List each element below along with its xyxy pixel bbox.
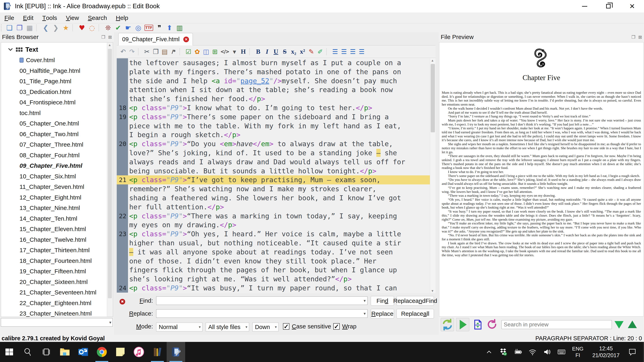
underline-icon[interactable]: U <box>272 48 279 55</box>
align-left-icon[interactable]: ☰ <box>332 48 338 55</box>
file-item-03_dedication-html[interactable]: 03_Dedication.html <box>1 87 106 97</box>
files-scrollbar[interactable]: ▲ <box>107 42 113 317</box>
cut-icon[interactable]: ✂ <box>144 48 150 55</box>
menu-search[interactable]: Search <box>83 12 111 23</box>
paste-icon[interactable]: ▤ <box>161 48 168 55</box>
scope-dropdown[interactable]: All style files▾ <box>206 323 249 332</box>
superscript-icon[interactable]: x² <box>299 48 306 55</box>
goto-position-button[interactable] <box>472 318 484 331</box>
file-item-23_chapter_nineteen-html[interactable]: 23_Chapter_Nineteen.html <box>1 308 106 317</box>
replace-all-button[interactable]: Replace all <box>396 309 434 319</box>
file-item-07_chapter_three-html[interactable]: 07_Chapter_Three.html <box>1 139 106 150</box>
file-item-20_chapter_sixteen-html[interactable]: 20_Chapter_Sixteen.html <box>1 277 106 287</box>
menu-file[interactable]: File <box>0 12 18 23</box>
itunes-icon[interactable] <box>130 342 148 362</box>
task-view-button[interactable] <box>37 342 56 362</box>
touch-keyboard-button[interactable] <box>554 342 569 362</box>
replace-input[interactable]: ▾ <box>156 309 368 318</box>
show-desktop-button[interactable] <box>643 342 644 362</box>
files-filter-combobox[interactable]: ▾ <box>1 318 113 327</box>
file-item-04_frontispiece-html[interactable]: 04_Frontispiece.html <box>1 97 106 108</box>
index-icon[interactable]: ☛ <box>124 24 132 32</box>
spell-check-icon[interactable]: ✔ <box>114 24 122 32</box>
file-item-08_chapter_four-html[interactable]: 08_Chapter_Four.html <box>1 150 106 161</box>
scroll-up-arrow-icon[interactable]: ▲ <box>108 43 111 47</box>
calibre-icon[interactable] <box>148 342 167 362</box>
wand-icon[interactable]: ★ <box>62 24 70 32</box>
calibre-editor-icon[interactable] <box>167 342 185 362</box>
title-bar[interactable]: Ink [EPUB] :: Ink - Alice Broadway.epub … <box>0 0 644 12</box>
close-button[interactable]: ✕ <box>620 0 644 12</box>
file-item-toc-html[interactable]: toc.html <box>1 108 106 118</box>
close-panel-icon[interactable]: ⊠ <box>638 34 642 40</box>
file-item-11_chapter_seven-html[interactable]: 11_Chapter_Seven.html <box>1 182 106 192</box>
outlook-icon[interactable] <box>74 342 92 362</box>
restore-button[interactable] <box>596 0 620 12</box>
copy-icon[interactable]: ❐ <box>152 48 159 55</box>
file-item-15_chapter_eleven-html[interactable]: 15_Chapter_Eleven.html <box>1 224 106 235</box>
code-tag-icon[interactable]: </> <box>220 49 229 54</box>
bg-color-icon[interactable]: ✐ <box>317 48 324 55</box>
menu-edit[interactable]: Edit <box>18 12 38 23</box>
wrap-checkbox[interactable]: ✓ <box>333 323 340 330</box>
file-item-05_chapter_one-html[interactable]: 05_Chapter_One.html <box>1 118 106 129</box>
bold-icon[interactable]: B <box>255 48 262 55</box>
find-button[interactable]: Find <box>371 296 394 306</box>
menu-help[interactable]: Help <box>112 12 133 23</box>
file-item-16_chapter_twelve-html[interactable]: 16_Chapter_Twelve.html <box>1 235 106 245</box>
file-item-17_chapter_thirteen-html[interactable]: 17_Chapter_Thirteen.html <box>1 245 106 256</box>
sync-preview-button[interactable] <box>441 318 454 331</box>
fg-color-icon[interactable]: ✎ <box>308 48 315 55</box>
donate-heart-icon[interactable]: ♥ <box>78 24 86 32</box>
file-item-06_chapter_two-html[interactable]: 06_Chapter_Two.html <box>1 129 106 140</box>
dropbox-button[interactable] <box>496 342 511 362</box>
find-image-icon[interactable]: ◫ <box>203 48 210 55</box>
heading-icon[interactable]: H <box>240 48 247 55</box>
action-center-button[interactable] <box>625 342 640 362</box>
files-scrollbar-thumb[interactable] <box>108 49 112 298</box>
file-item-18_chapter_fourteen-html[interactable]: 18_Chapter_Fourteen.html <box>1 256 106 266</box>
italic-icon[interactable]: I <box>264 48 270 55</box>
community-icon[interactable]: ◌ <box>88 24 96 32</box>
menu-view[interactable]: View <box>62 12 83 23</box>
close-find-panel-icon[interactable]: ✖ <box>120 299 125 305</box>
redo-icon[interactable]: ↷ <box>128 48 136 55</box>
float-panel-icon[interactable]: ❐ <box>632 34 636 40</box>
menu-tools[interactable]: Tools <box>38 12 62 23</box>
mode-dropdown[interactable]: Normal▾ <box>156 323 202 332</box>
file-item-21_chapter_seventeen-html[interactable]: 21_Chapter_Seventeen.html <box>1 287 106 298</box>
upload-icon[interactable]: ⬆ <box>166 24 173 32</box>
new-file-icon[interactable]: ❏ <box>6 24 13 32</box>
tab-close-icon[interactable]: ✕ <box>183 37 189 42</box>
editor-scrollbar[interactable]: ▲ ▼ <box>430 58 436 293</box>
wifi-button[interactable] <box>525 342 540 362</box>
refresh-preview-button[interactable] <box>486 318 498 331</box>
insert-table-icon[interactable]: ⊞ <box>212 48 218 55</box>
direction-dropdown[interactable]: Down▾ <box>252 323 278 332</box>
editor-scrollbar-thumb[interactable] <box>431 64 435 132</box>
smarten-punctuation-icon[interactable]: ❞ <box>156 24 163 32</box>
code-editor[interactable]: the leftover sausages; I almost burn mys… <box>117 58 436 293</box>
search-button[interactable] <box>18 342 37 362</box>
undo-icon[interactable]: ↶ <box>120 48 126 55</box>
text-section-row[interactable]: Text <box>1 44 106 55</box>
file-item-12_chapter_eight-html[interactable]: 12_Chapter_Eight.html <box>1 192 106 203</box>
start-button[interactable] <box>0 342 18 362</box>
file-explorer-icon[interactable] <box>56 342 74 362</box>
forward-icon[interactable]: ❯ <box>52 24 60 32</box>
preview-search-input[interactable] <box>502 320 612 329</box>
file-item-10_chapter_six-html[interactable]: 10_Chapter_Six.html <box>1 171 106 182</box>
replace-button[interactable]: Replace <box>371 309 394 319</box>
volume-button[interactable] <box>540 342 554 362</box>
strikethrough-icon[interactable]: S <box>281 48 288 55</box>
find-input[interactable]: ▾ <box>156 297 368 305</box>
dropdown-arrow-icon[interactable]: ▾ <box>364 311 366 316</box>
tray-chevron-button[interactable] <box>482 342 496 362</box>
insert-comment-icon[interactable]: /* <box>170 49 177 54</box>
save-icon[interactable]: ▦ <box>26 24 34 32</box>
open-book-icon[interactable]: ❐ <box>16 24 23 32</box>
file-item-cover-html[interactable]: Cover.html <box>1 55 106 65</box>
replace-and-find-button[interactable]: Replace and Find <box>396 296 434 306</box>
chrome-icon[interactable] <box>92 342 111 362</box>
search-next-button[interactable] <box>613 318 625 331</box>
